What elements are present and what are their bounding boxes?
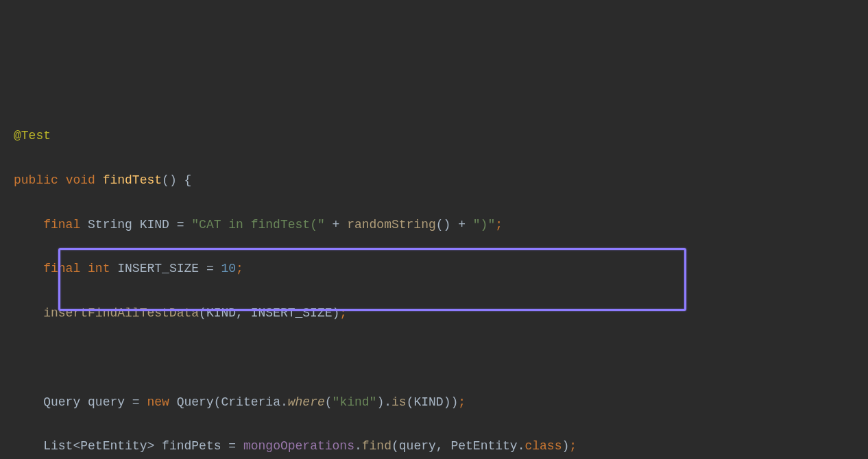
code-line: insertFindAllTestData(KIND, INSERT_SIZE)… [14, 302, 854, 324]
code-line: List<PetEntity> findPets = mongoOperatio… [14, 435, 854, 457]
code-line: final String KIND = "CAT in findTest(" +… [14, 214, 854, 236]
code-line: public void findTest() { [14, 169, 854, 191]
code-line: Query query = new Query(Criteria.where("… [14, 391, 854, 413]
code-line: @Test [14, 125, 854, 147]
code-line: final int INSERT_SIZE = 10; [14, 258, 854, 280]
annotation-token: @Test [14, 129, 51, 142]
code-editor[interactable]: @Test public void findTest() { final Str… [14, 103, 854, 459]
code-line [14, 347, 854, 369]
